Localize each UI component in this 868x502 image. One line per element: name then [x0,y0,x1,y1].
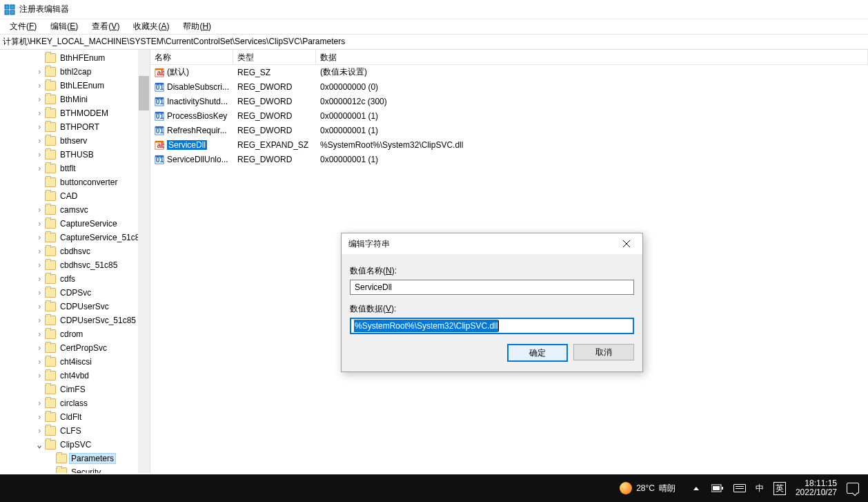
value-type: REG_DWORD [233,82,316,92]
tray-ime-2[interactable]: 英 [769,474,791,502]
value-name-label: 数值名称(N): [350,265,634,277]
tree-item-label: bthserv [58,135,89,146]
value-name-field[interactable] [350,280,634,295]
tree-item[interactable]: CAD [1,189,150,203]
tree-item-label: CimFS [58,384,88,395]
value-data-field[interactable]: %SystemRoot%\System32\ClipSVC.dll [350,318,634,334]
tree-twisty-icon[interactable]: › [34,233,44,242]
tree-twisty-icon[interactable]: › [34,108,44,118]
folder-icon [45,357,56,367]
tree-twisty-icon[interactable]: › [34,247,44,256]
tree-item[interactable]: ›BTHUSB [1,148,150,162]
dialog-close-button[interactable] [611,233,642,254]
menu-help[interactable]: 帮助(H) [176,19,218,34]
value-name: (默认) [167,66,189,78]
tree-twisty-icon[interactable]: › [34,329,44,339]
menu-edit[interactable]: 编辑(E) [43,19,85,34]
dialog-title-bar[interactable]: 编辑字符串 [342,233,642,254]
start-button[interactable] [0,474,33,502]
tree-item[interactable]: ›BTHPORT [1,120,150,134]
tree-twisty-icon[interactable]: › [34,205,44,215]
tree-item-label: CaptureService_51c85 [58,232,146,243]
tree-twisty-icon[interactable]: › [34,302,44,311]
tree-item[interactable]: ›CertPropSvc [1,341,150,355]
tree-twisty-icon[interactable]: ⌄ [34,440,44,450]
weather-widget[interactable]: 28°C 晴朗 [615,474,680,502]
list-row[interactable]: 011InactivityShutd...REG_DWORD0x0000012c… [150,94,868,108]
tree-scrollbar[interactable] [138,50,150,473]
tree-item[interactable]: ›cht4vbd [1,369,150,383]
tree-item[interactable]: ›CLFS [1,424,150,438]
tree-twisty-icon[interactable]: › [34,219,44,229]
tree-item-label: cdrom [58,329,85,340]
tree-item[interactable]: ›CaptureService_51c85 [1,231,150,244]
tree-twisty-icon[interactable]: › [34,357,44,367]
tray-overflow[interactable] [686,474,707,502]
tree-item[interactable]: ›cdfs [1,272,150,286]
tree-item[interactable]: ›cht4iscsi [1,355,150,369]
column-name[interactable]: 名称 [150,50,233,64]
tree-twisty-icon[interactable]: › [34,150,44,160]
tree-item[interactable]: ›CDPUserSvc_51c85 [1,313,150,327]
tree-item[interactable]: ›cdrom [1,327,150,341]
svg-text:ab: ab [157,141,165,149]
tree-item[interactable]: buttonconverter [1,175,150,189]
tray-ime-1[interactable]: 中 [751,474,769,502]
tree-item[interactable]: Security [1,465,150,473]
tray-keyboard[interactable] [729,474,751,502]
tree-twisty-icon[interactable]: › [34,398,44,408]
scrollbar-thumb[interactable] [139,76,149,110]
tree-item[interactable]: ›bttflt [1,162,150,175]
tray-notifications[interactable] [842,474,864,502]
tree-twisty-icon[interactable]: › [34,260,44,270]
list-row[interactable]: 011ServiceDllUnlo...REG_DWORD0x00000001 … [150,152,868,166]
column-type[interactable]: 类型 [233,50,316,64]
ok-button[interactable]: 确定 [507,344,568,362]
tree-twisty-icon[interactable]: › [34,164,44,173]
menu-file[interactable]: 文件(F) [3,19,43,34]
tree-twisty-icon[interactable]: › [34,316,44,325]
tree-item[interactable]: ›BthMini [1,93,150,106]
tree-item[interactable]: ›CDPUserSvc [1,300,150,313]
tree-twisty-icon[interactable]: › [34,95,44,104]
tree-item[interactable]: ›camsvc [1,203,150,217]
tree-twisty-icon[interactable]: › [34,81,44,90]
tree-twisty-icon[interactable]: › [34,136,44,146]
value-type: REG_DWORD [233,126,316,135]
address-bar[interactable]: 计算机\HKEY_LOCAL_MACHINE\SYSTEM\CurrentCon… [0,35,868,50]
tree-twisty-icon[interactable]: › [34,343,44,353]
tree-item[interactable]: ›BTHMODEM [1,106,150,120]
cancel-button[interactable]: 取消 [573,344,634,360]
tree-twisty-icon[interactable]: › [34,67,44,77]
menu-view[interactable]: 查看(V) [85,19,126,34]
tree-item[interactable]: ›cbdhsvc [1,244,150,258]
tree-item[interactable]: ›bthl2cap [1,65,150,79]
tree-twisty-icon[interactable]: › [34,122,44,132]
tree-item[interactable]: ›BthLEEnum [1,79,150,93]
list-row[interactable]: 011DisableSubscri...REG_DWORD0x00000000 … [150,79,868,94]
tree-twisty-icon[interactable]: › [34,274,44,284]
tree-twisty-icon[interactable]: › [34,371,44,380]
tree-item[interactable]: CimFS [1,383,150,396]
tree-twisty-icon[interactable]: › [34,426,44,436]
tree-item[interactable]: ›CldFlt [1,410,150,424]
tree-item[interactable]: Parameters [1,452,150,465]
tree-item-label: cbdhsvc [58,246,92,257]
tree-item[interactable]: ›circlass [1,396,150,410]
list-row[interactable]: abServiceDllREG_EXPAND_SZ%SystemRoot%\Sy… [150,137,868,152]
tree-item[interactable]: ›CDPSvc [1,286,150,300]
list-row[interactable]: 011RefreshRequir...REG_DWORD0x00000001 (… [150,123,868,137]
list-row[interactable]: ab(默认)REG_SZ(数值未设置) [150,65,868,79]
tree-item[interactable]: BthHFEnum [1,51,150,65]
tree-item[interactable]: ›cbdhsvc_51c85 [1,258,150,272]
list-row[interactable]: 011ProcessBiosKeyREG_DWORD0x00000001 (1) [150,108,868,123]
tray-clock[interactable]: 18:11:15 2022/10/27 [791,474,842,502]
tray-power[interactable] [707,474,729,502]
menu-favorites[interactable]: 收藏夹(A) [126,19,176,34]
tree-item[interactable]: ›CaptureService [1,217,150,231]
tree-twisty-icon[interactable]: › [34,412,44,422]
tree-twisty-icon[interactable]: › [34,288,44,298]
tree-item[interactable]: ⌄ClipSVC [1,438,150,452]
column-data[interactable]: 数据 [316,50,868,64]
tree-item[interactable]: ›bthserv [1,134,150,148]
